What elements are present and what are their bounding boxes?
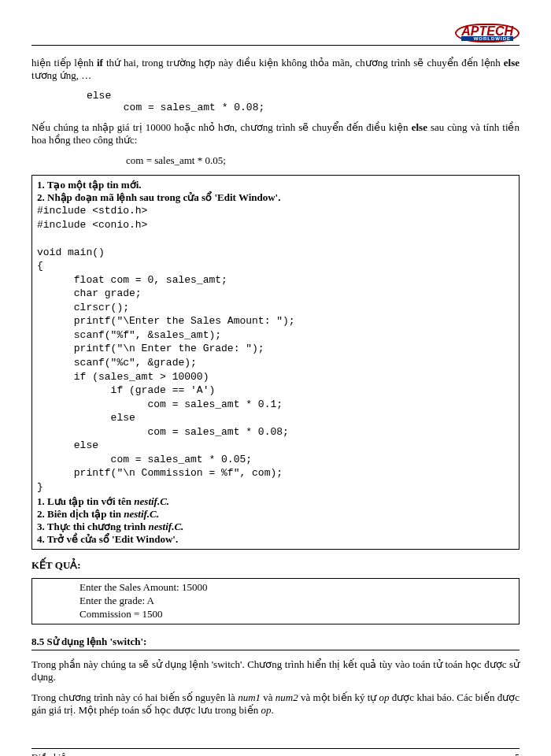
footer-page-number: 5 xyxy=(515,752,520,756)
text: Trong chương trình này có hai biến số ng… xyxy=(31,691,238,703)
output-line-3: Commission = 1500 xyxy=(80,608,514,621)
output-box: Enter the Sales Amount: 15000 Enter the … xyxy=(31,578,520,624)
text: hiện tiếp lệnh xyxy=(31,57,97,69)
var-num2: num2 xyxy=(276,691,298,703)
page-container: APTECH WORLDWIDE hiện tiếp lệnh if thứ h… xyxy=(0,0,551,756)
code-line: else xyxy=(87,90,111,102)
logo-area: APTECH WORLDWIDE xyxy=(31,24,520,43)
text: và một biến ký tự xyxy=(298,691,379,703)
var-op: op xyxy=(379,691,390,703)
paragraph-3: Trong phần này chúng ta sẽ sử dụng lệnh … xyxy=(31,658,520,684)
formula-line: com = sales_amt * 0.05; xyxy=(126,154,520,167)
code-snippet-1: else com = sales_amt * 0.08; xyxy=(87,90,520,113)
page-footer: Điều kiện 5 xyxy=(31,752,520,756)
code-listing-box: 1. Tạo một tập tin mới. 2. Nhập đoạn mã … xyxy=(31,175,520,550)
listing-foot-4: 4. Trở về cửa sổ 'Edit Window'. xyxy=(37,533,514,546)
footer-rule xyxy=(31,748,520,749)
listing-step-1: 1. Tạo một tập tin mới. xyxy=(37,179,514,191)
paragraph-2: Nếu chúng ta nhập giá trị 10000 hoặc nhỏ… xyxy=(31,121,520,146)
filename: nestif.C. xyxy=(134,495,169,507)
listing-foot-2: 2. Biên dịch tập tin nestif.C. xyxy=(37,508,514,521)
text: 1. Lưu tập tin với tên xyxy=(37,495,134,507)
keyword-else: else xyxy=(504,57,520,69)
aptech-logo: APTECH WORLDWIDE xyxy=(455,24,520,43)
filename: nestif.C. xyxy=(149,521,184,532)
listing-foot-3: 3. Thực thi chương trình nestif.C. xyxy=(37,521,514,533)
listing-step-2: 2. Nhập đoạn mã lệnh sau trong cửa sổ 'E… xyxy=(37,191,514,204)
subsection-heading: 8.5 Sử dụng lệnh 'switch': xyxy=(31,636,520,650)
paragraph-1: hiện tiếp lệnh if thứ hai, trong trường … xyxy=(31,57,520,82)
code-line: com = sales_amt * 0.08; xyxy=(87,102,264,113)
listing-footer-steps: 1. Lưu tập tin với tên nestif.C. 2. Biên… xyxy=(37,495,514,546)
text: Nếu chúng ta nhập giá trị 10000 hoặc nhỏ… xyxy=(31,121,412,133)
text: . xyxy=(271,704,273,716)
text: tương ứng, … xyxy=(31,69,91,81)
listing-code: #include <stdio.h> #include <conio.h> vo… xyxy=(37,204,514,494)
result-heading: KẾT QUẢ: xyxy=(31,559,520,572)
output-line-2: Enter the grade: A xyxy=(80,595,514,608)
var-op: op xyxy=(261,704,271,716)
text: 2. Biên dịch tập tin xyxy=(37,508,124,520)
keyword-else: else xyxy=(412,121,427,133)
listing-foot-1: 1. Lưu tập tin với tên nestif.C. xyxy=(37,495,514,508)
text: 3. Thực thi chương trình xyxy=(37,521,149,532)
text: và xyxy=(261,691,276,703)
header-rule xyxy=(31,45,520,46)
paragraph-4: Trong chương trình này có hai biến số ng… xyxy=(31,691,520,717)
footer-left: Điều kiện xyxy=(31,752,71,756)
keyword-if: if xyxy=(97,57,103,69)
text: thứ hai, trong trường hợp này điều kiện … xyxy=(103,57,504,69)
filename: nestif.C. xyxy=(124,508,159,520)
var-num1: num1 xyxy=(238,691,261,703)
output-line-1: Enter the Sales Amount: 15000 xyxy=(80,581,514,595)
